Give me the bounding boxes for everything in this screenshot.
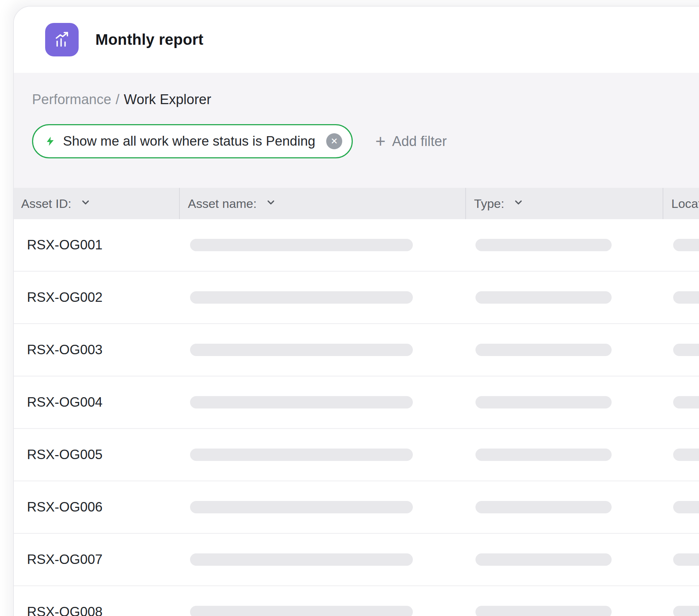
column-header-asset-id[interactable]: Asset ID: [14,188,179,219]
type-cell [465,481,663,533]
skeleton-placeholder [673,606,699,616]
skeleton-placeholder [475,239,612,251]
asset-name-cell [179,219,465,271]
nl-filter-chip[interactable]: Show me all work where status is Pending… [32,124,353,158]
chevron-down-icon[interactable] [513,197,524,211]
table-row[interactable]: RSX-OG008 [14,586,699,616]
asset-name-cell [179,429,465,481]
column-label: Type: [474,197,504,211]
skeleton-placeholder [673,344,699,356]
breadcrumb-current: Work Explorer [124,92,211,107]
skeleton-placeholder [190,449,413,461]
asset-name-cell [179,586,465,616]
skeleton-placeholder [190,291,413,304]
chevron-down-icon[interactable] [265,197,276,211]
type-cell [465,429,663,481]
asset-name-cell [179,324,465,376]
skeleton-placeholder [475,606,612,616]
skeleton-placeholder [673,449,699,461]
skeleton-placeholder [673,501,699,513]
asset-id-cell: RSX-OG006 [14,481,179,533]
asset-id-cell: RSX-OG005 [14,429,179,481]
asset-id-cell: RSX-OG008 [14,586,179,616]
skeleton-placeholder [475,449,612,461]
location-cell [663,586,699,616]
skeleton-placeholder [190,606,413,616]
table-row[interactable]: RSX-OG005 [14,429,699,481]
monthly-report-window: Monthly report Performance / Work Explor… [13,6,699,616]
skeleton-placeholder [190,239,413,251]
filter-chip-label: Show me all work where status is Pending [63,134,315,149]
location-cell [663,219,699,271]
skeleton-placeholder [190,501,413,513]
table-row[interactable]: RSX-OG004 [14,376,699,429]
asset-id-cell: RSX-OG004 [14,376,179,428]
skeleton-placeholder [673,291,699,304]
table-row[interactable]: RSX-OG006 [14,481,699,534]
breadcrumb-separator: / [116,92,120,107]
type-cell [465,272,663,323]
skeleton-placeholder [475,344,612,356]
bar-chart-trend-icon [45,23,79,56]
location-cell [663,481,699,533]
skeleton-placeholder [190,344,413,356]
asset-name-cell [179,481,465,533]
asset-id-cell: RSX-OG003 [14,324,179,376]
lightning-icon [45,134,56,149]
location-cell [663,429,699,481]
column-header-location[interactable]: Location: [663,188,699,219]
table-row[interactable]: RSX-OG001 [14,219,699,272]
location-cell [663,534,699,585]
filter-row: Show me all work where status is Pending… [32,124,699,158]
column-label: Location: [671,197,699,211]
skeleton-placeholder [475,553,612,566]
app-header: Monthly report [14,7,699,73]
skeleton-placeholder [673,396,699,408]
plus-icon: + [375,133,386,150]
location-cell [663,376,699,428]
type-cell [465,534,663,585]
type-cell [465,324,663,376]
skeleton-placeholder [673,239,699,251]
chevron-down-icon[interactable] [80,197,91,211]
table-header-row: Asset ID: Asset name: Type: Location: [14,188,699,219]
asset-name-cell [179,534,465,585]
type-cell [465,376,663,428]
table-row[interactable]: RSX-OG002 [14,272,699,324]
subheader: Performance / Work Explorer Show me all … [14,73,699,188]
skeleton-placeholder [190,396,413,408]
column-header-asset-name[interactable]: Asset name: [179,188,465,219]
asset-id-cell: RSX-OG007 [14,534,179,585]
table-body: RSX-OG001 RSX-OG002 RSX-OG003 [14,219,699,616]
column-label: Asset name: [188,197,257,211]
asset-name-cell [179,272,465,323]
skeleton-placeholder [190,553,413,566]
type-cell [465,219,663,271]
asset-id-cell: RSX-OG002 [14,272,179,323]
add-filter-button[interactable]: + Add filter [375,133,447,150]
location-cell [663,272,699,323]
skeleton-placeholder [475,396,612,408]
table-row[interactable]: RSX-OG007 [14,534,699,586]
close-icon[interactable]: ✕ [326,133,342,149]
type-cell [465,586,663,616]
asset-name-cell [179,376,465,428]
skeleton-placeholder [673,553,699,566]
location-cell [663,324,699,376]
skeleton-placeholder [475,291,612,304]
column-label: Asset ID: [21,197,71,211]
column-header-type[interactable]: Type: [465,188,663,219]
asset-id-cell: RSX-OG001 [14,219,179,271]
skeleton-placeholder [475,501,612,513]
breadcrumb-parent[interactable]: Performance [32,92,111,107]
breadcrumb: Performance / Work Explorer [32,92,699,107]
add-filter-label: Add filter [392,134,447,149]
table-row[interactable]: RSX-OG003 [14,324,699,376]
page-title: Monthly report [95,31,204,48]
